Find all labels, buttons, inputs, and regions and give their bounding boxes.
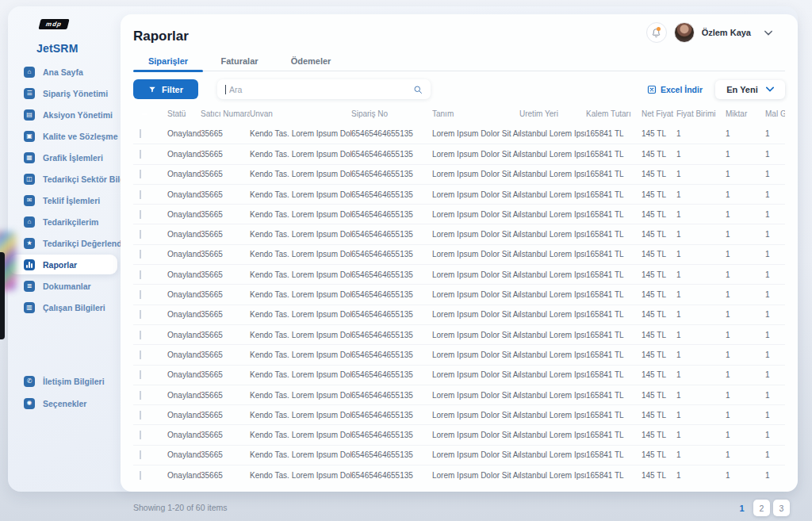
table-row[interactable]: Onaylandı35665Kendo Tas. Lorem Ipsum Dol… [133, 424, 785, 444]
table-cell: Kendo Tas. Lorem Ipsum Dolor Sit Amen [250, 431, 351, 439]
user-avatar[interactable] [674, 22, 695, 43]
row-checkbox[interactable] [140, 370, 141, 379]
table-row[interactable]: Onaylandı35665Kendo Tas. Lorem Ipsum Dol… [133, 404, 785, 424]
table-row[interactable]: Onaylandı35665Kendo Tas. Lorem Ipsum Dol… [133, 284, 785, 304]
table-cell: Kendo Tas. Lorem Ipsum Dolor Sit Amen [250, 290, 351, 299]
row-checkbox[interactable] [140, 170, 141, 178]
table-row[interactable]: Onaylandı35665Kendo Tas. Lorem Ipsum Dol… [133, 244, 785, 264]
table-cell: Onaylandı [167, 270, 201, 279]
sidebar-item-çalışan-bilgileri[interactable]: ▥Çalışan Bilgileri [8, 297, 121, 318]
table-cell: Istanbul Lorem Ipsum [519, 270, 586, 279]
row-checkbox[interactable] [140, 270, 141, 279]
table-cell: 1 [676, 370, 726, 379]
table-cell: 35665 [201, 129, 250, 138]
row-checkbox[interactable] [140, 391, 141, 400]
table-row[interactable]: Onaylandı35665Kendo Tas. Lorem Ipsum Dol… [133, 324, 785, 344]
table-row[interactable]: Onaylandı35665Kendo Tas. Lorem Ipsum Dol… [133, 184, 785, 204]
table-cell: 165841 TL [586, 230, 642, 239]
row-checkbox[interactable] [140, 450, 141, 459]
sidebar-item-teklif-i-şlemleri[interactable]: ✉Teklif İşlemleri [8, 190, 121, 211]
table-row[interactable]: Onaylandı35665Kendo Tas. Lorem Ipsum Dol… [133, 124, 785, 144]
table-row[interactable]: Onaylandı35665Kendo Tas. Lorem Ipsum Dol… [133, 164, 785, 184]
table-cell: 1 [676, 290, 726, 299]
tab-bar: SiparişlerFaturalarÖdemeler [133, 54, 785, 71]
table-cell: 165841 TL [586, 129, 642, 138]
tab-ödemeler[interactable]: Ödemeler [276, 54, 346, 71]
table-cell: Istanbul Lorem Ipsum [519, 471, 586, 480]
row-checkbox[interactable] [140, 290, 141, 299]
table-cell: 1 [726, 370, 765, 379]
excel-download-label: Excel İndir [661, 85, 703, 94]
table-cell: Istanbul Lorem Ipsum [519, 331, 586, 339]
table-cell: Kendo Tas. Lorem Ipsum Dolor Sit Amen [250, 190, 351, 199]
sidebar-item-sipariş-yönetimi[interactable]: ☰Sipariş Yönetimi [8, 82, 121, 104]
row-checkbox[interactable] [140, 150, 141, 159]
row-checkbox[interactable] [140, 331, 141, 339]
sort-dropdown[interactable]: En Yeni [715, 80, 785, 99]
search-box [217, 79, 431, 99]
sidebar-item-raporlar[interactable]: Raporlar [8, 254, 121, 275]
table-row[interactable]: Onaylandı35665Kendo Tas. Lorem Ipsum Dol… [133, 224, 785, 243]
chevron-down-icon [764, 30, 772, 36]
sidebar-item-aksiyon-yönetimi[interactable]: ▤Aksiyon Yönetimi [8, 104, 121, 125]
table-cell: Onaylandı [167, 190, 201, 199]
table-cell: 65465464655135 [351, 450, 432, 459]
row-checkbox[interactable] [140, 351, 141, 359]
table-row[interactable]: Onaylandı35665Kendo Tas. Lorem Ipsum Dol… [133, 385, 785, 404]
table-row[interactable]: Onaylandı35665Kendo Tas. Lorem Ipsum Dol… [133, 365, 785, 385]
table-cell: 165841 TL [586, 471, 642, 480]
gear-icon: ✺ [24, 398, 35, 409]
sidebar-item-i-letişim-bilgileri[interactable]: ✆İletişim Bilgileri [8, 370, 121, 393]
row-checkbox[interactable] [140, 411, 141, 419]
search-input[interactable] [226, 85, 413, 94]
table-cell: 65465464655135 [351, 250, 432, 259]
sidebar-item-dokumanlar[interactable]: ≣Dokumanlar [8, 275, 121, 297]
row-checkbox[interactable] [140, 129, 141, 138]
sidebar-item-kalite-ve-sözleşme[interactable]: ▣Kalite ve Sözleşme [8, 125, 121, 147]
row-checkbox[interactable] [140, 250, 141, 259]
table-cell: 1 [765, 170, 785, 178]
sidebar-item-ana-sayfa[interactable]: ⌂Ana Sayfa [8, 61, 121, 82]
table-row[interactable]: Onaylandı35665Kendo Tas. Lorem Ipsum Dol… [133, 465, 785, 485]
suppliers-icon: ⌂ [24, 216, 35, 228]
table-row[interactable]: Onaylandı35665Kendo Tas. Lorem Ipsum Dol… [133, 344, 785, 364]
table-cell: Lorem Ipsum Dolor Sit Amen [432, 331, 519, 339]
table-cell [133, 471, 167, 480]
sidebar-item-tedarikçi-değerlendirme[interactable]: ★Tedarikçi Değerlendirme [8, 232, 121, 254]
filter-button[interactable]: Filter [133, 79, 198, 99]
sidebar-item-grafik-i-şlemleri[interactable]: ▦Grafik İşlemleri [8, 147, 121, 168]
page-button-2[interactable]: 2 [753, 500, 770, 516]
sidebar-item-label: Seçenekler [43, 399, 86, 408]
sidebar-item-tedarikçi-sektör-bilgileri[interactable]: ◫Tedarikçi Sektör Bilgileri [8, 168, 121, 190]
table-cell [133, 391, 167, 400]
row-checkbox[interactable] [140, 471, 141, 480]
row-checkbox[interactable] [140, 230, 141, 239]
table-header: StatüSatıcı NumarasıUnvanSipariş NoTanım… [133, 103, 785, 124]
tab-faturalar[interactable]: Faturalar [205, 54, 274, 71]
table-row[interactable]: Onaylandı35665Kendo Tas. Lorem Ipsum Dol… [133, 264, 785, 284]
search-icon[interactable] [413, 85, 423, 94]
tab-siparişler[interactable]: Siparişler [133, 54, 203, 71]
row-checkbox[interactable] [140, 210, 141, 219]
table-cell: 1 [676, 250, 726, 259]
column-header: Sipariş No [351, 109, 432, 118]
user-menu-button[interactable] [764, 30, 772, 36]
sidebar-item-seçenekler[interactable]: ✺Seçenekler [8, 393, 121, 415]
table-row[interactable]: Onaylandı35665Kendo Tas. Lorem Ipsum Dol… [133, 204, 785, 224]
page-button-1[interactable]: 1 [733, 500, 750, 516]
row-checkbox[interactable] [140, 310, 141, 319]
excel-download-button[interactable]: Excel İndir [647, 85, 703, 94]
sidebar-item-tedarikçilerim[interactable]: ⌂Tedarikçilerim [8, 211, 121, 232]
table-cell: 145 TL [642, 431, 676, 439]
table-cell: 65465464655135 [351, 331, 432, 339]
table-row[interactable]: Onaylandı35665Kendo Tas. Lorem Ipsum Dol… [133, 144, 785, 163]
page-button-3[interactable]: 3 [773, 500, 790, 516]
table-cell: 1 [765, 450, 785, 459]
table-row[interactable]: Onaylandı35665Kendo Tas. Lorem Ipsum Dol… [133, 445, 785, 465]
table-row[interactable]: Onaylandı35665Kendo Tas. Lorem Ipsum Dol… [133, 305, 785, 324]
row-checkbox[interactable] [140, 190, 141, 199]
row-checkbox[interactable] [140, 431, 141, 439]
table-cell: Kendo Tas. Lorem Ipsum Dolor Sit Amen [250, 150, 351, 159]
notifications-button[interactable] [646, 22, 667, 43]
sidebar-item-label: Çalışan Bilgileri [43, 303, 105, 312]
